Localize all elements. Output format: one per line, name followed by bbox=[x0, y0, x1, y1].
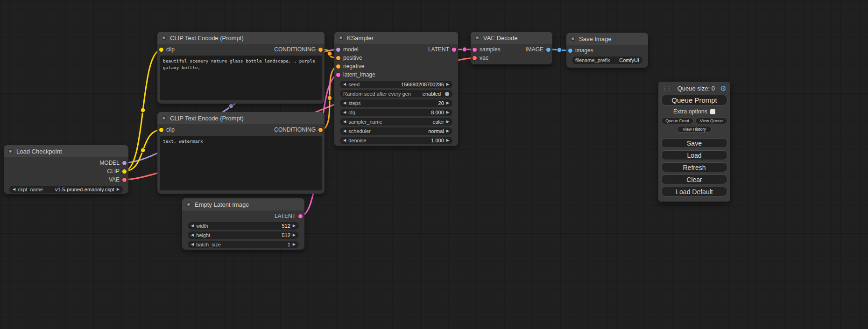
toggle-knob-icon[interactable] bbox=[445, 92, 449, 96]
slot-dot-conditioning-icon[interactable] bbox=[318, 128, 323, 132]
prompt-textarea[interactable]: text, watermark bbox=[160, 136, 322, 190]
slot-dot-latent-icon[interactable] bbox=[298, 214, 303, 218]
decrement-arrow-icon[interactable]: ◀ bbox=[343, 111, 346, 114]
save-button[interactable]: Save bbox=[661, 138, 727, 148]
input-slot-latent-image[interactable]: latent_image bbox=[334, 70, 458, 79]
slot-dot-conditioning-icon[interactable] bbox=[336, 64, 340, 69]
node-graph-canvas[interactable]: Load Checkpoint MODEL CLIP VAE ◀ ckpt_na… bbox=[0, 0, 868, 329]
node-ksampler[interactable]: KSampler model LATENT positive negative bbox=[334, 32, 458, 146]
slot-dot-clip-icon[interactable] bbox=[122, 169, 127, 174]
increment-arrow-icon[interactable]: ▶ bbox=[293, 233, 296, 237]
collapse-icon[interactable] bbox=[339, 35, 343, 40]
node-vae-decode[interactable]: VAE Decode samples IMAGE vae bbox=[471, 32, 552, 64]
widget-scheduler[interactable]: ◀ scheduler normal ▶ bbox=[340, 127, 452, 135]
queue-prompt-button[interactable]: Queue Prompt bbox=[661, 95, 727, 105]
increment-arrow-icon[interactable]: ▶ bbox=[293, 224, 296, 228]
queue-front-button[interactable]: Queue Front bbox=[661, 118, 693, 124]
collapse-icon[interactable] bbox=[186, 202, 191, 207]
output-slot-image[interactable]: IMAGE bbox=[525, 46, 550, 53]
increment-arrow-icon[interactable]: ▶ bbox=[446, 129, 449, 133]
input-slot-positive[interactable]: positive bbox=[334, 54, 458, 62]
slot-dot-latent-icon[interactable] bbox=[336, 73, 340, 77]
slot-dot-image-icon[interactable] bbox=[546, 48, 550, 52]
increment-arrow-icon[interactable]: ▶ bbox=[446, 111, 449, 114]
widget-cfg[interactable]: ◀ cfg 8.000 ▶ bbox=[340, 109, 452, 116]
decrement-arrow-icon[interactable]: ◀ bbox=[343, 83, 346, 86]
node-empty-latent-image[interactable]: Empty Latent Image LATENT ◀ width 512 ▶ … bbox=[182, 198, 304, 250]
drag-handle-icon[interactable]: ⋮⋮ bbox=[662, 85, 672, 92]
widget-sampler-name[interactable]: ◀ sampler_name euler ▶ bbox=[340, 118, 452, 126]
input-slot-clip[interactable]: clip bbox=[159, 126, 175, 133]
slot-dot-image-icon[interactable] bbox=[568, 49, 572, 53]
output-slot-latent[interactable]: LATENT bbox=[182, 212, 304, 220]
node-title-bar[interactable]: KSampler bbox=[334, 32, 458, 44]
node-title-bar[interactable]: Load Checkpoint bbox=[4, 145, 128, 157]
widget-batch-size[interactable]: ◀ batch_size 1 ▶ bbox=[188, 241, 299, 248]
node-title-bar[interactable]: VAE Decode bbox=[471, 32, 552, 44]
increment-arrow-icon[interactable]: ▶ bbox=[446, 139, 449, 142]
increment-arrow-icon[interactable]: ▶ bbox=[117, 188, 120, 191]
increment-arrow-icon[interactable]: ▶ bbox=[446, 83, 449, 86]
node-clip-text-encode-negative[interactable]: CLIP Text Encode (Prompt) clip CONDITION… bbox=[157, 112, 325, 194]
slot-dot-clip-icon[interactable] bbox=[159, 48, 163, 52]
decrement-arrow-icon[interactable]: ◀ bbox=[13, 188, 15, 191]
load-button[interactable]: Load bbox=[661, 150, 727, 160]
decrement-arrow-icon[interactable]: ◀ bbox=[191, 224, 194, 228]
widget-denoise[interactable]: ◀ denoise 1.000 ▶ bbox=[340, 137, 452, 144]
collapse-icon[interactable] bbox=[8, 149, 13, 154]
collapse-icon[interactable] bbox=[162, 116, 166, 120]
decrement-arrow-icon[interactable]: ◀ bbox=[191, 243, 194, 246]
slot-dot-model-icon[interactable] bbox=[122, 161, 127, 165]
slot-dot-conditioning-icon[interactable] bbox=[318, 48, 323, 52]
widget-filename-prefix[interactable]: filename_prefix ComfyUI bbox=[572, 56, 642, 64]
decrement-arrow-icon[interactable]: ◀ bbox=[343, 129, 346, 133]
slot-dot-model-icon[interactable] bbox=[336, 48, 340, 52]
decrement-arrow-icon[interactable]: ◀ bbox=[343, 101, 346, 105]
widget-random-seed-toggle[interactable]: Random seed after every gen enabled bbox=[340, 90, 452, 98]
output-slot-model[interactable]: MODEL bbox=[4, 159, 128, 167]
prompt-textarea[interactable]: beautiful scenery nature glass bottle la… bbox=[160, 56, 322, 100]
slot-dot-latent-icon[interactable] bbox=[473, 48, 477, 52]
increment-arrow-icon[interactable]: ▶ bbox=[293, 243, 296, 246]
widget-steps[interactable]: ◀ steps 20 ▶ bbox=[340, 99, 452, 107]
decrement-arrow-icon[interactable]: ◀ bbox=[191, 233, 194, 237]
extra-options-checkbox[interactable] bbox=[710, 109, 715, 114]
slot-dot-vae-icon[interactable] bbox=[473, 56, 477, 60]
input-slot-negative[interactable]: negative bbox=[334, 62, 458, 70]
widget-height[interactable]: ◀ height 512 ▶ bbox=[188, 231, 299, 239]
refresh-button[interactable]: Refresh bbox=[661, 162, 727, 172]
increment-arrow-icon[interactable]: ▶ bbox=[446, 120, 449, 124]
output-slot-vae[interactable]: VAE bbox=[4, 175, 128, 184]
output-slot-conditioning[interactable]: CONDITIONING bbox=[274, 126, 323, 133]
decrement-arrow-icon[interactable]: ◀ bbox=[343, 120, 346, 124]
node-title-bar[interactable]: Save Image bbox=[566, 33, 648, 45]
output-slot-clip[interactable]: CLIP bbox=[4, 167, 128, 175]
collapse-icon[interactable] bbox=[475, 35, 480, 40]
increment-arrow-icon[interactable]: ▶ bbox=[446, 101, 449, 105]
output-slot-conditioning[interactable]: CONDITIONING bbox=[274, 46, 323, 53]
settings-gear-icon[interactable]: ⚙ bbox=[720, 85, 727, 92]
slot-dot-latent-icon[interactable] bbox=[452, 48, 456, 52]
view-history-button[interactable]: View History bbox=[677, 126, 712, 133]
node-save-image[interactable]: Save Image images filename_prefix ComfyU… bbox=[566, 33, 648, 68]
node-title-bar[interactable]: CLIP Text Encode (Prompt) bbox=[157, 32, 325, 44]
node-title-bar[interactable]: Empty Latent Image bbox=[182, 198, 304, 210]
clear-button[interactable]: Clear bbox=[661, 175, 727, 184]
node-title-bar[interactable]: CLIP Text Encode (Prompt) bbox=[157, 112, 325, 124]
input-slot-clip[interactable]: clip bbox=[159, 46, 175, 53]
widget-width[interactable]: ◀ width 512 ▶ bbox=[188, 222, 299, 230]
node-load-checkpoint[interactable]: Load Checkpoint MODEL CLIP VAE ◀ ckpt_na… bbox=[4, 145, 128, 194]
collapse-icon[interactable] bbox=[162, 35, 166, 40]
input-slot-samples[interactable]: samples bbox=[473, 46, 501, 53]
load-default-button[interactable]: Load Default bbox=[661, 187, 727, 196]
view-queue-button[interactable]: View Queue bbox=[695, 118, 727, 124]
slot-dot-vae-icon[interactable] bbox=[122, 178, 127, 182]
widget-seed[interactable]: ◀ seed 156680208700286 ▶ bbox=[340, 81, 452, 88]
collapse-icon[interactable] bbox=[571, 36, 575, 41]
output-slot-latent[interactable]: LATENT bbox=[428, 46, 456, 53]
input-slot-vae[interactable]: vae bbox=[471, 54, 552, 62]
input-slot-model[interactable]: model bbox=[336, 46, 359, 53]
node-clip-text-encode-positive[interactable]: CLIP Text Encode (Prompt) clip CONDITION… bbox=[157, 32, 325, 104]
slot-dot-conditioning-icon[interactable] bbox=[336, 56, 340, 60]
slot-dot-clip-icon[interactable] bbox=[159, 128, 163, 132]
